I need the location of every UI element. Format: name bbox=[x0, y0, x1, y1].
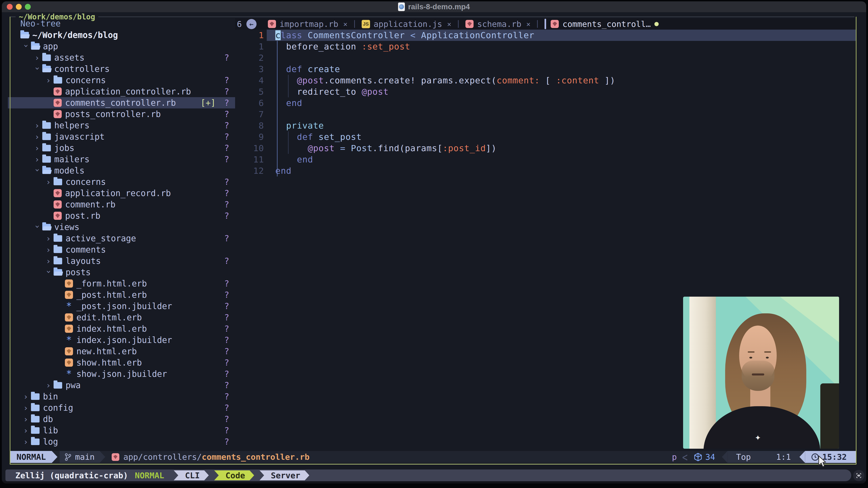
tree-item-app[interactable]: ›app bbox=[8, 41, 235, 52]
window-title: rails-8-demo.mp4 bbox=[408, 2, 470, 11]
tree-item-bin[interactable]: ›bin? bbox=[8, 391, 235, 402]
tree-item-javascript[interactable]: ›javascript? bbox=[8, 131, 235, 142]
tree-item-comments-controller-rb[interactable]: comments_controller.rb[+]? bbox=[8, 97, 235, 108]
chevron-right-icon[interactable]: › bbox=[46, 256, 54, 266]
tree-item-edit-html-erb[interactable]: edit.html.erb? bbox=[8, 312, 235, 323]
chevron-right-icon[interactable]: › bbox=[46, 234, 54, 243]
close-icon[interactable]: ✕ bbox=[526, 20, 530, 28]
tree-item-label: helpers bbox=[54, 121, 90, 130]
tree-item-label: new.html.erb bbox=[76, 347, 137, 356]
chevron-right-icon[interactable]: › bbox=[46, 381, 54, 390]
chevron-right-icon[interactable]: › bbox=[35, 155, 42, 164]
tree-item-label: _post.html.erb bbox=[76, 290, 147, 300]
tree-item-config[interactable]: ›config? bbox=[8, 402, 235, 414]
tree-item-work-demos-blog[interactable]: ~/Work/demos/blog bbox=[8, 29, 235, 41]
chevron-right-icon[interactable]: › bbox=[35, 143, 42, 153]
tree-item-index-json-jbuilder[interactable]: *index.json.jbuilder? bbox=[8, 334, 235, 346]
git-untracked-badge: ? bbox=[224, 403, 229, 413]
close-icon[interactable]: ✕ bbox=[447, 20, 451, 28]
shirt-logo: ✦ bbox=[755, 431, 761, 443]
ruby-file-icon bbox=[54, 212, 62, 220]
ruby-file-icon bbox=[54, 88, 62, 96]
word-count: 34 bbox=[705, 452, 715, 462]
chevron-right-icon[interactable]: › bbox=[35, 53, 42, 62]
folder-icon bbox=[31, 416, 39, 422]
tree-item-show-html-erb[interactable]: show.html.erb? bbox=[8, 357, 235, 368]
git-untracked-badge: ? bbox=[224, 392, 229, 401]
tree-item-controllers[interactable]: ›controllers bbox=[8, 63, 235, 74]
tree-item-new-html-erb[interactable]: new.html.erb? bbox=[8, 346, 235, 357]
tree-item-application-controller-rb[interactable]: application_controller.rb? bbox=[8, 86, 235, 97]
folder-icon bbox=[31, 427, 39, 434]
code-line: 1class CommentsController < ApplicationC… bbox=[235, 30, 856, 41]
close-icon[interactable]: ✕ bbox=[343, 20, 347, 28]
tree-item-comment-rb[interactable]: comment.rb? bbox=[8, 199, 235, 210]
tree-item-models[interactable]: ›models bbox=[8, 165, 235, 176]
code-line: 5 redirect_to @post bbox=[235, 86, 856, 97]
tree-item-assets[interactable]: ›assets? bbox=[8, 52, 235, 63]
close-window-button[interactable] bbox=[7, 4, 13, 10]
tree-item-label: models bbox=[54, 166, 85, 175]
chevron-down-icon[interactable]: › bbox=[33, 66, 42, 73]
chevron-right-icon[interactable]: › bbox=[23, 392, 31, 401]
code-line: 9 def set_post bbox=[235, 131, 856, 142]
tree-item-posts-controller-rb[interactable]: posts_controller.rb? bbox=[8, 108, 235, 120]
tree-item-post-json-jbuilder[interactable]: *_post.json.jbuilder? bbox=[8, 300, 235, 312]
tree-item-log[interactable]: ›log? bbox=[8, 436, 235, 447]
chevron-right-icon[interactable]: › bbox=[35, 132, 42, 141]
tree-item-post-html-erb[interactable]: _post.html.erb? bbox=[8, 289, 235, 300]
chevron-right-icon[interactable]: › bbox=[23, 437, 31, 447]
tree-item-posts[interactable]: ›posts bbox=[8, 267, 235, 278]
tree-item-mailers[interactable]: ›mailers? bbox=[8, 154, 235, 165]
tree-item-jobs[interactable]: ›jobs? bbox=[8, 142, 235, 154]
tree-item-layouts[interactable]: ›layouts? bbox=[8, 255, 235, 267]
ruby-file-icon bbox=[465, 20, 473, 28]
tree-item-views[interactable]: ›views bbox=[8, 221, 235, 233]
chevron-right-icon[interactable]: › bbox=[23, 415, 31, 424]
mode-indicator: NORMAL bbox=[10, 451, 52, 463]
code-line: 12end bbox=[235, 165, 856, 176]
chevron-down-icon[interactable]: › bbox=[33, 224, 42, 232]
zellij-tab-cli[interactable]: CLI bbox=[174, 470, 209, 480]
ruby-file-icon bbox=[54, 99, 62, 107]
chevron-right-icon[interactable]: › bbox=[46, 177, 54, 187]
tree-item-show-json-jbuilder[interactable]: *show.json.jbuilder? bbox=[8, 368, 235, 380]
chevron-right-icon[interactable]: › bbox=[46, 245, 54, 254]
chevron-right-icon[interactable]: › bbox=[23, 403, 31, 413]
minimize-window-button[interactable] bbox=[16, 4, 22, 10]
zellij-tab-server[interactable]: Server bbox=[259, 470, 309, 480]
chevron-down-icon[interactable]: › bbox=[44, 269, 54, 277]
folder-open-icon bbox=[31, 43, 39, 50]
folder-open-icon bbox=[54, 269, 62, 275]
tree-item-application-record-rb[interactable]: application_record.rb? bbox=[8, 188, 235, 199]
tree-item-pwa[interactable]: ›pwa? bbox=[8, 380, 235, 391]
tree-item-helpers[interactable]: ›helpers? bbox=[8, 120, 235, 131]
pane-title: ~/Work/demos/blog bbox=[16, 12, 98, 21]
erb-file-icon bbox=[65, 313, 73, 322]
tree-item-post-rb[interactable]: post.rb? bbox=[8, 210, 235, 221]
chevron-down-icon[interactable]: › bbox=[22, 43, 31, 51]
tree-item-index-html-erb[interactable]: index.html.erb? bbox=[8, 323, 235, 334]
tree-item-concerns[interactable]: ›concerns? bbox=[8, 74, 235, 86]
code-text: @post.comments.create! params.expect(com… bbox=[275, 75, 615, 86]
tree-item-active-storage[interactable]: ›active_storage? bbox=[8, 233, 235, 244]
chevron-down-icon[interactable]: › bbox=[33, 167, 42, 175]
javascript-file-icon: JS bbox=[362, 20, 370, 28]
code-text: before_action :set_post bbox=[275, 41, 410, 52]
zoom-window-button[interactable] bbox=[25, 4, 31, 10]
erb-file-icon bbox=[65, 359, 73, 367]
chevron-right-icon[interactable]: › bbox=[46, 76, 54, 85]
tree-item-form-html-erb[interactable]: _form.html.erb? bbox=[8, 278, 235, 289]
tree-item-label: edit.html.erb bbox=[76, 313, 142, 322]
code-text: def create bbox=[275, 64, 340, 75]
tree-item-concerns[interactable]: ›concerns? bbox=[8, 176, 235, 188]
chevron-right-icon[interactable]: › bbox=[35, 121, 42, 130]
screen-capture-badge[interactable] bbox=[853, 470, 864, 481]
tree-item-db[interactable]: ›db? bbox=[8, 414, 235, 425]
chevron-right-icon[interactable]: › bbox=[23, 426, 31, 435]
tree-item-lib[interactable]: ›lib? bbox=[8, 425, 235, 436]
tree-item-comments[interactable]: ›comments bbox=[8, 244, 235, 255]
tree-item-label: post.rb bbox=[65, 211, 100, 221]
code-line: 10 @post = Post.find(params[:post_id]) bbox=[235, 142, 856, 154]
zellij-tab-code[interactable]: Code bbox=[214, 470, 254, 480]
